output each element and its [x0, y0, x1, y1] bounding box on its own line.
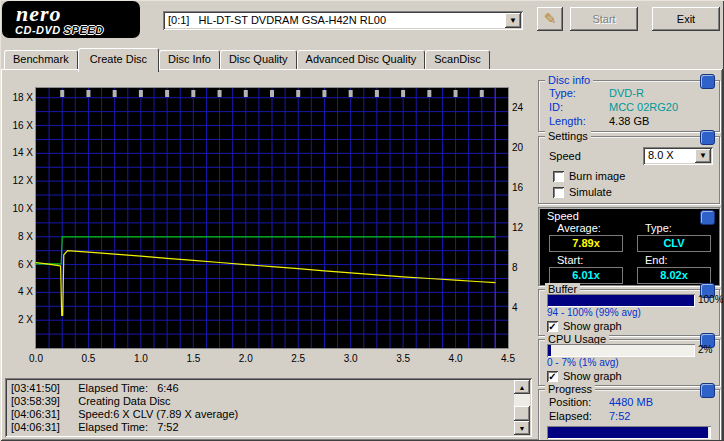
tab-advanced-disc-quality[interactable]: Advanced Disc Quality [297, 50, 426, 69]
x-axis-label: 0.0 [24, 353, 48, 364]
tab-scandisc[interactable]: ScanDisc [425, 50, 489, 69]
nero-product-text: CD-DVDSPEED [15, 24, 104, 36]
progress-elapsed-value: 7:52 [609, 410, 630, 422]
cpu-percent: 2% [698, 344, 712, 355]
x-axis-label: 2.0 [234, 353, 258, 364]
disc-id-row: ID: MCC 02RG20 [549, 101, 713, 114]
tab-disc-quality[interactable]: Disc Quality [220, 50, 297, 69]
speed-stats-section: Speed Average: Type: 7.89x CLV Start: En… [538, 207, 720, 286]
cpu-show-graph-option: ✓ Show graph [547, 370, 622, 382]
start-button[interactable]: Start [570, 7, 638, 31]
scrollbar-thumb[interactable] [514, 406, 530, 421]
simulate-option: Simulate [553, 186, 612, 198]
cpu-bar [547, 344, 695, 357]
settings-section-icon [700, 130, 715, 145]
tab-create-disc[interactable]: Create Disc [78, 48, 159, 72]
progress-elapsed-row: Elapsed: 7:52 [549, 410, 713, 423]
cpu-show-graph-checkbox[interactable]: ✓ [547, 371, 558, 382]
disc-length-label: Length: [549, 115, 586, 127]
x-axis-label: 4.0 [444, 353, 468, 364]
burn-image-checkbox[interactable] [553, 171, 564, 182]
hand-tool-icon: ✎ [544, 10, 557, 28]
buffer-bar [547, 294, 695, 307]
log-lines: [03:41:50] Elapsed Time: 6:46[03:58:39] … [11, 382, 510, 434]
cpu-show-graph-label: Show graph [563, 370, 622, 382]
y-axis-label-left: 2 X [8, 314, 33, 325]
chevron-down-icon: ▼ [509, 17, 517, 25]
log-line: [04:06:31] Elapsed Time: 7:52 [11, 421, 510, 434]
x-axis-label: 3.5 [391, 353, 415, 364]
y-axis-label-right: 20 [512, 142, 532, 153]
tab-benchmark[interactable]: Benchmark [4, 50, 78, 69]
disc-info-section: Disc info Type: DVD-R ID: MCC 02RG20 Len… [538, 80, 720, 132]
chart-svg [36, 88, 508, 348]
x-axis-label: 1.0 [129, 353, 153, 364]
y-axis-label-left: 18 X [8, 92, 33, 103]
buffer-range-text: 94 - 100% (99% avg) [547, 307, 641, 318]
y-axis-label-left: 14 X [8, 147, 33, 158]
start-speed-label: Start: [557, 254, 583, 266]
progress-section: Progress Position: 4480 MB Elapsed: 7:52 [538, 389, 720, 441]
write-speed-chart: 18 X16 X14 X12 X10 X8 X6 X4 X2 X 2420161… [8, 80, 532, 372]
scrollbar-up-button[interactable]: ▲ [514, 380, 530, 394]
progress-title: Progress [545, 383, 595, 396]
settings-title: Settings [545, 130, 591, 143]
cpu-bar-fill [548, 345, 551, 356]
log-line: [03:58:39] Creating Data Disc [11, 395, 510, 408]
tab-disc-info[interactable]: Disc Info [159, 50, 220, 69]
speed-setting-label: Speed [549, 150, 581, 162]
average-speed-value: 7.89x [549, 235, 623, 252]
buffer-section: Buffer 100% 94 - 100% (99% avg) ✓ Show g… [538, 289, 720, 336]
cpu-range-text: 0 - 7% (1% avg) [547, 357, 619, 368]
exit-button-label: Exit [677, 13, 695, 25]
progress-position-label: Position: [549, 396, 591, 408]
log-line: [04:06:31] Speed:6 X CLV (7.89 X average… [11, 408, 510, 421]
settings-section: Settings Speed 8.0 X ▼ Burn image Simula… [538, 136, 720, 204]
scroll-up-icon: ▲ [519, 384, 526, 391]
progress-position-row: Position: 4480 MB [549, 396, 713, 409]
buffer-show-graph-checkbox[interactable]: ✓ [547, 321, 558, 332]
average-speed-label: Average: [557, 222, 601, 234]
progress-position-value: 4480 MB [609, 396, 653, 408]
buffer-percent: 100% [698, 294, 724, 305]
speed-select-arrow-button[interactable]: ▼ [695, 149, 711, 163]
scrollbar-down-button[interactable]: ▼ [514, 421, 530, 435]
y-axis-label-right: 8 [512, 262, 532, 273]
hand-tool-button[interactable]: ✎ [537, 7, 563, 31]
progress-elapsed-label: Elapsed: [549, 410, 592, 422]
series-actual-write-speed [36, 251, 495, 316]
x-axis-label: 3.0 [339, 353, 363, 364]
speed-select[interactable]: 8.0 X ▼ [643, 147, 713, 165]
disc-info-title: Disc info [545, 74, 593, 87]
disc-type-label: Type: [549, 87, 576, 99]
x-axis-label: 0.5 [76, 353, 100, 364]
exit-button[interactable]: Exit [652, 7, 720, 31]
buffer-show-graph-label: Show graph [563, 320, 622, 332]
end-speed-value: 8.02x [637, 267, 711, 284]
start-button-label: Start [592, 13, 615, 25]
y-axis-label-left: 12 X [8, 175, 33, 186]
speed-stats-title: Speed [547, 210, 579, 222]
burn-image-label: Burn image [569, 170, 625, 182]
drive-select[interactable]: [0:1] HL-DT-ST DVDRAM GSA-H42N RL00 ▼ [163, 11, 523, 30]
y-axis-label-right: 4 [512, 302, 532, 313]
logo-product-right: SPEED [64, 24, 104, 36]
simulate-checkbox[interactable] [553, 187, 564, 198]
event-log: [03:41:50] Elapsed Time: 6:46[03:58:39] … [5, 378, 532, 437]
chevron-down-icon: ▼ [699, 152, 707, 160]
log-scrollbar: ▲ ▼ [514, 380, 530, 435]
nero-logo: nero CD-DVDSPEED [2, 1, 140, 38]
speed-select-value: 8.0 X [648, 149, 674, 161]
disc-length-row: Length: 4.38 GB [549, 115, 713, 128]
buffer-show-graph-option: ✓ Show graph [547, 320, 622, 332]
y-axis-label-left: 16 X [8, 120, 33, 131]
scroll-down-icon: ▼ [519, 425, 526, 432]
drive-select-arrow-button[interactable]: ▼ [505, 13, 521, 28]
drive-select-value: [0:1] HL-DT-ST DVDRAM GSA-H42N RL00 [168, 14, 386, 26]
disc-type-value: DVD-R [609, 87, 644, 99]
simulate-label: Simulate [569, 186, 612, 198]
end-speed-label: End: [645, 254, 668, 266]
buffer-bar-fill [548, 295, 694, 306]
disc-id-label: ID: [549, 101, 563, 113]
speed-type-label: Type: [645, 222, 672, 234]
